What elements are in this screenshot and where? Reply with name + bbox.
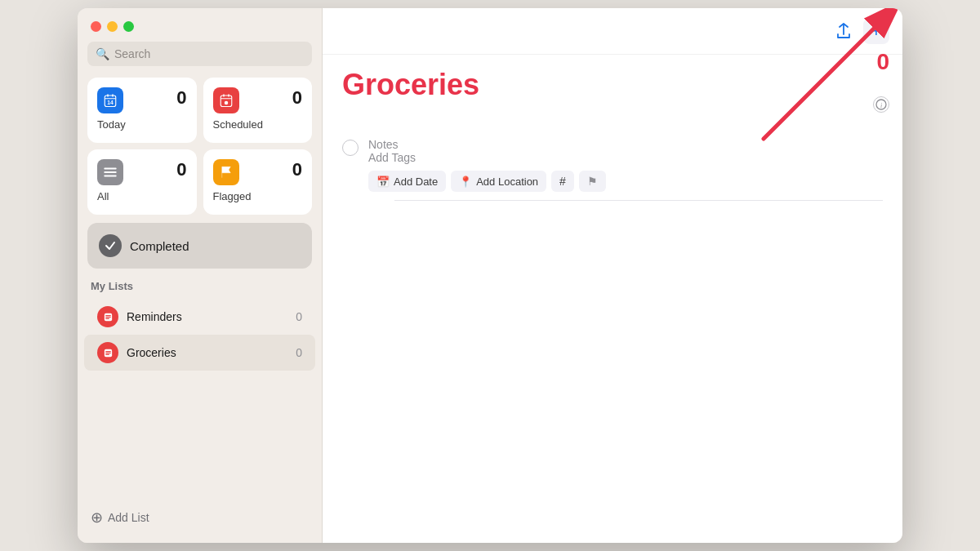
share-button[interactable] [831, 18, 857, 44]
add-location-button[interactable]: 📍 Add Location [451, 171, 546, 192]
location-icon: 📍 [459, 176, 472, 188]
flagged-icon [213, 159, 239, 185]
add-list-label: Add List [108, 511, 149, 524]
smart-lists-grid: 14 0 Today [78, 78, 322, 215]
list-title: Groceries [342, 68, 883, 102]
flag-button[interactable]: ⚑ [579, 171, 606, 192]
flagged-count: 0 [292, 159, 302, 180]
groceries-label: Groceries [127, 346, 287, 359]
svg-text:14: 14 [107, 100, 114, 105]
add-button[interactable]: + [863, 18, 889, 44]
smart-list-scheduled[interactable]: 0 Scheduled [203, 78, 313, 143]
sidebar: 🔍 Search 14 0 [78, 8, 323, 543]
tag-button[interactable]: # [551, 171, 574, 192]
task-tags: Add Tags [368, 151, 883, 164]
list-item-reminders[interactable]: Reminders 0 [84, 299, 315, 335]
close-button[interactable] [91, 21, 101, 32]
add-date-button[interactable]: 📅 Add Date [368, 171, 446, 192]
main-toolbar: + [323, 8, 902, 55]
svg-text:i: i [880, 102, 882, 109]
completed-item[interactable]: Completed [87, 223, 312, 269]
smart-list-flagged[interactable]: 0 Flagged [203, 149, 313, 215]
reminders-label: Reminders [127, 310, 287, 323]
add-list-button[interactable]: ⊕ Add List [78, 500, 322, 535]
list-item-groceries[interactable]: Groceries 0 [84, 335, 315, 371]
add-list-plus-icon: ⊕ [91, 509, 103, 527]
all-label: All [97, 190, 187, 202]
all-count: 0 [176, 159, 186, 180]
reminders-list-icon [97, 306, 118, 327]
task-divider [394, 200, 883, 201]
reminders-count: 0 [296, 310, 302, 323]
task-actions: 📅 Add Date 📍 Add Location # ⚑ [368, 171, 883, 192]
completed-checkmark-icon [99, 234, 122, 257]
search-icon: 🔍 [96, 47, 109, 60]
task-radio-button[interactable] [342, 140, 359, 156]
scheduled-label: Scheduled [213, 118, 303, 131]
minimize-button[interactable] [107, 21, 118, 32]
smart-list-all[interactable]: 0 All [87, 149, 197, 215]
svg-point-9 [224, 101, 228, 105]
main-content: + Groceries 0 i Notes Add Tags [323, 8, 902, 543]
maximize-button[interactable] [123, 21, 134, 32]
search-input[interactable]: Search [114, 47, 150, 60]
scheduled-count: 0 [292, 87, 302, 109]
info-icon[interactable]: i [873, 96, 889, 113]
today-icon: 14 [97, 87, 123, 113]
list-item-count-badge: 0 [876, 49, 889, 75]
scheduled-icon [213, 87, 239, 113]
task-area: Notes Add Tags 📅 Add Date 📍 Add Location… [323, 115, 902, 543]
groceries-count: 0 [296, 346, 302, 359]
traffic-lights [78, 8, 322, 42]
hash-icon: # [559, 175, 566, 188]
smart-list-today[interactable]: 14 0 Today [87, 78, 197, 143]
task-details: Notes Add Tags 📅 Add Date 📍 Add Location… [368, 138, 883, 202]
add-icon: + [871, 20, 882, 42]
groceries-list-icon [97, 342, 118, 363]
calendar-icon: 📅 [376, 176, 390, 188]
search-bar[interactable]: 🔍 Search [87, 42, 312, 66]
today-count: 0 [176, 87, 186, 109]
flag-icon: ⚑ [587, 175, 598, 188]
task-notes: Notes [368, 138, 883, 151]
flagged-label: Flagged [213, 190, 303, 202]
add-location-label: Add Location [476, 176, 538, 188]
my-lists-header: My Lists [78, 280, 322, 299]
task-item: Notes Add Tags 📅 Add Date 📍 Add Location… [342, 131, 883, 209]
all-icon [97, 159, 123, 185]
add-date-label: Add Date [394, 176, 438, 188]
completed-label: Completed [130, 239, 189, 253]
today-label: Today [97, 118, 187, 131]
